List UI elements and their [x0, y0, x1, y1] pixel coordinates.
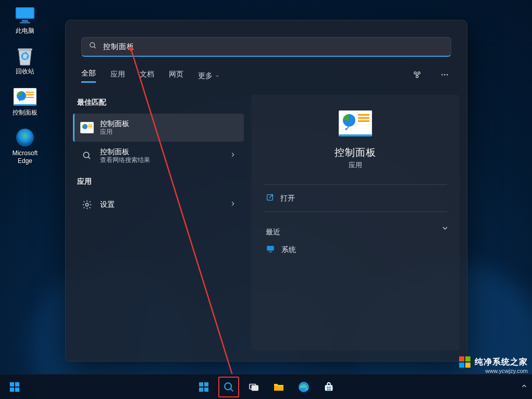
tab-all[interactable]: 全部: [81, 69, 96, 83]
control-panel-icon: ✔: [264, 110, 447, 136]
svg-rect-22: [459, 356, 464, 361]
svg-rect-42: [329, 386, 330, 388]
svg-rect-2: [22, 20, 28, 22]
action-open[interactable]: 打开: [264, 185, 447, 211]
svg-point-6: [90, 43, 95, 47]
tab-web[interactable]: 网页: [169, 70, 183, 82]
svg-rect-25: [465, 363, 471, 368]
divider: [264, 211, 447, 212]
gear-icon: [80, 198, 94, 211]
detail-pane: ✔ 控制面板 应用 打开 最近 系统: [251, 95, 460, 351]
ellipsis-icon[interactable]: [438, 68, 451, 83]
svg-rect-41: [327, 386, 328, 388]
svg-rect-1: [17, 8, 33, 18]
desktop-icon-label: 回收站: [16, 68, 34, 75]
taskbar-tray-chevron-icon[interactable]: [521, 382, 528, 392]
control-panel-icon: ✔: [14, 87, 36, 107]
apps-header: 应用: [77, 177, 240, 186]
tab-docs[interactable]: 文档: [140, 70, 154, 82]
taskbar-widgets[interactable]: [4, 377, 25, 397]
svg-rect-20: [268, 252, 273, 253]
desktop-icon-label: 控制面板: [13, 109, 38, 116]
search-box[interactable]: 控制面板: [81, 37, 451, 57]
desktop-icon-this-pc[interactable]: 此电脑: [4, 5, 46, 34]
svg-line-15: [88, 157, 90, 159]
result-best-match[interactable]: 控制面板 应用: [73, 114, 244, 142]
taskbar-edge[interactable]: [293, 377, 314, 397]
taskbar-search[interactable]: [218, 377, 239, 397]
tab-more-label: 更多: [198, 71, 213, 81]
monitor-icon: [14, 5, 36, 25]
desktop-icon-label: 此电脑: [16, 27, 34, 34]
taskbar-start[interactable]: [193, 377, 214, 397]
recent-header: 最近: [264, 228, 447, 237]
recent-item-label: 系统: [281, 245, 296, 255]
svg-rect-29: [15, 387, 19, 391]
svg-line-7: [94, 46, 95, 48]
svg-rect-27: [15, 382, 19, 386]
search-query-text: 控制面板: [103, 42, 134, 52]
result-title: 设置: [100, 200, 223, 209]
chevron-down-icon: [215, 72, 220, 80]
contribute-icon[interactable]: [411, 68, 424, 83]
svg-point-12: [444, 74, 445, 75]
result-title: 控制面板: [100, 147, 223, 156]
svg-rect-43: [327, 389, 328, 390]
svg-point-14: [83, 152, 89, 158]
system-icon: [266, 244, 275, 255]
desktop-icon-control-panel[interactable]: ✔ 控制面板: [4, 87, 46, 116]
svg-rect-33: [204, 388, 208, 392]
svg-rect-3: [20, 22, 30, 23]
taskbar-store[interactable]: [318, 377, 339, 397]
detail-title: 控制面板: [264, 146, 447, 159]
edge-icon: [14, 128, 36, 147]
result-title: 控制面板: [100, 119, 237, 128]
desktop-icons: 此电脑 回收站 ✔ 控制面板 Microsoft Edge: [4, 5, 46, 176]
svg-point-13: [447, 74, 448, 75]
taskbar-file-explorer[interactable]: [268, 377, 289, 397]
result-subtitle: 应用: [100, 128, 237, 136]
search-icon: [80, 149, 94, 163]
chevron-right-icon: [229, 151, 237, 160]
results-column: 最佳匹配 控制面板 应用 控制面板 查看网络搜索结果: [73, 95, 244, 351]
svg-rect-28: [10, 387, 14, 391]
svg-rect-23: [465, 356, 471, 361]
control-panel-icon: [80, 121, 94, 134]
open-icon: [266, 193, 274, 203]
best-match-header: 最佳匹配: [77, 98, 240, 107]
svg-point-16: [85, 203, 88, 206]
svg-rect-4: [18, 48, 32, 51]
svg-rect-37: [252, 385, 258, 390]
watermark[interactable]: 纯净系统之家 www.ycwjzy.com: [458, 355, 528, 374]
taskbar: [0, 374, 532, 399]
windows-logo-icon: [458, 355, 472, 369]
svg-point-10: [416, 76, 418, 78]
detail-subtitle: 应用: [264, 160, 447, 170]
watermark-url: www.ycwjzy.com: [485, 368, 528, 374]
desktop-icon-edge[interactable]: Microsoft Edge: [4, 128, 46, 165]
svg-point-34: [225, 383, 231, 390]
svg-rect-44: [329, 389, 330, 390]
svg-rect-32: [199, 388, 203, 392]
svg-rect-31: [204, 382, 208, 386]
recent-item-system[interactable]: 系统: [264, 237, 447, 263]
result-subtitle: 查看网络搜索结果: [100, 156, 223, 165]
recycle-bin-icon: [14, 46, 36, 66]
result-web-search[interactable]: 控制面板 查看网络搜索结果: [73, 142, 244, 170]
taskbar-task-view[interactable]: [243, 377, 264, 397]
desktop-icon-recycle-bin[interactable]: 回收站: [4, 46, 46, 75]
svg-rect-19: [269, 251, 272, 252]
svg-rect-18: [267, 246, 274, 251]
result-settings[interactable]: 设置: [73, 193, 244, 217]
tab-apps[interactable]: 应用: [110, 70, 125, 82]
search-panel: 控制面板 全部 应用 文档 网页 更多 最佳匹配: [65, 20, 467, 361]
action-open-label: 打开: [280, 194, 295, 203]
desktop-icon-label: Microsoft Edge: [13, 149, 38, 165]
chevron-down-icon[interactable]: [441, 224, 449, 234]
search-tabs: 全部 应用 文档 网页 更多: [66, 57, 467, 91]
tab-more[interactable]: 更多: [198, 71, 220, 81]
svg-rect-38: [274, 386, 283, 391]
chevron-right-icon: [229, 200, 237, 209]
svg-point-11: [441, 74, 442, 75]
search-icon: [89, 42, 97, 52]
